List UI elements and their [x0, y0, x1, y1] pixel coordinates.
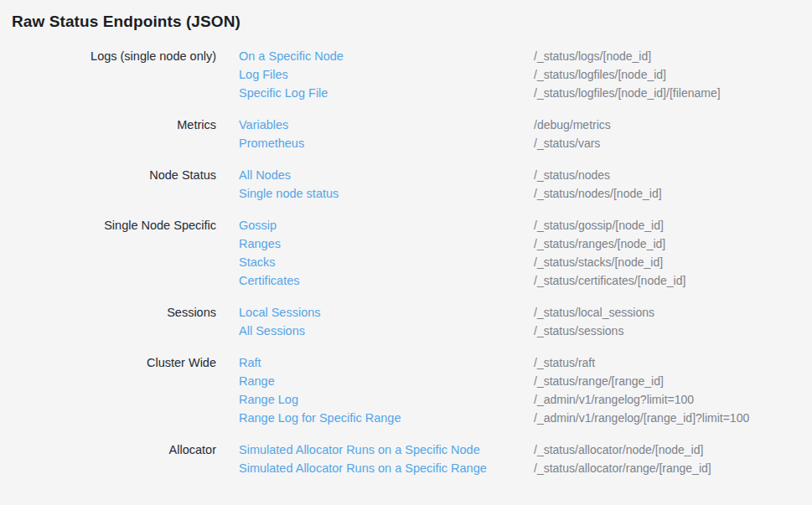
- endpoint-row: Range /_status/range/[range_id]: [12, 372, 812, 390]
- endpoint-link[interactable]: Raft: [239, 353, 534, 372]
- category-label: Single Node Specific: [12, 216, 216, 234]
- endpoint-row: Cluster Wide Raft /_status/raft: [12, 353, 812, 372]
- page-title: Raw Status Endpoints (JSON): [12, 11, 812, 33]
- endpoint-path: /_status/stacks/[node_id]: [534, 253, 812, 271]
- endpoint-path: /_admin/v1/rangelog/[range_id]?limit=100: [534, 409, 812, 427]
- endpoint-row: All Sessions /_status/sessions: [12, 322, 812, 340]
- endpoint-row: Range Log /_admin/v1/rangelog?limit=100: [12, 390, 812, 409]
- endpoint-link[interactable]: On a Specific Node: [239, 47, 534, 65]
- endpoint-link[interactable]: Range Log: [239, 390, 534, 409]
- endpoint-path: /_status/local_sessions: [534, 303, 812, 322]
- endpoint-row: Range Log for Specific Range /_admin/v1/…: [12, 409, 812, 427]
- endpoint-row: Log Files /_status/logfiles/[node_id]: [12, 65, 812, 84]
- endpoint-path: /_status/logs/[node_id]: [534, 47, 812, 65]
- endpoint-row: Certificates /_status/certificates/[node…: [12, 271, 812, 290]
- endpoint-row: Ranges /_status/ranges/[node_id]: [12, 234, 812, 253]
- endpoint-table: Logs (single node only) On a Specific No…: [12, 47, 812, 477]
- endpoint-link[interactable]: Simulated Allocator Runs on a Specific N…: [239, 441, 534, 459]
- endpoint-row: Allocator Simulated Allocator Runs on a …: [12, 441, 812, 459]
- endpoint-link[interactable]: Single node status: [239, 184, 534, 203]
- endpoint-link[interactable]: Certificates: [239, 271, 534, 290]
- endpoint-link[interactable]: All Nodes: [239, 166, 534, 184]
- endpoint-path: /debug/metrics: [534, 116, 812, 134]
- endpoint-path: /_status/logfiles/[node_id]: [534, 65, 812, 84]
- endpoint-link[interactable]: Range Log for Specific Range: [239, 409, 534, 427]
- endpoint-path: /_status/range/[range_id]: [534, 372, 812, 390]
- endpoint-path: /_status/vars: [534, 134, 812, 152]
- endpoint-path: /_status/ranges/[node_id]: [534, 234, 812, 253]
- endpoint-row: Sessions Local Sessions /_status/local_s…: [12, 303, 812, 322]
- endpoint-link[interactable]: Gossip: [239, 216, 534, 234]
- category-label: Sessions: [12, 303, 216, 322]
- endpoint-link[interactable]: Local Sessions: [239, 303, 534, 322]
- endpoint-link[interactable]: Prometheus: [239, 134, 534, 152]
- endpoint-link[interactable]: Stacks: [239, 253, 534, 271]
- endpoint-link[interactable]: Simulated Allocator Runs on a Specific R…: [239, 459, 534, 477]
- endpoint-row: Single node status /_status/nodes/[node_…: [12, 184, 812, 203]
- endpoint-link[interactable]: Variables: [239, 116, 534, 134]
- endpoint-path: /_status/logfiles/[node_id]/[filename]: [534, 84, 812, 102]
- endpoint-path: /_status/gossip/[node_id]: [534, 216, 812, 234]
- endpoint-link[interactable]: Specific Log File: [239, 84, 534, 102]
- endpoint-link[interactable]: Ranges: [239, 234, 534, 253]
- endpoint-row: Specific Log File /_status/logfiles/[nod…: [12, 84, 812, 102]
- endpoint-row: Stacks /_status/stacks/[node_id]: [12, 253, 812, 271]
- endpoint-row: Prometheus /_status/vars: [12, 134, 812, 152]
- endpoint-row: Single Node Specific Gossip /_status/gos…: [12, 216, 812, 234]
- endpoint-row: Simulated Allocator Runs on a Specific R…: [12, 459, 812, 477]
- endpoint-row: Node Status All Nodes /_status/nodes: [12, 166, 812, 184]
- endpoint-path: /_status/sessions: [534, 322, 812, 340]
- endpoint-row: Logs (single node only) On a Specific No…: [12, 47, 812, 65]
- endpoint-link[interactable]: Log Files: [239, 65, 534, 84]
- endpoint-path: /_status/certificates/[node_id]: [534, 271, 812, 290]
- category-label: Metrics: [12, 116, 216, 134]
- category-label: Allocator: [12, 441, 216, 459]
- category-label: Logs (single node only): [12, 47, 216, 65]
- endpoint-path: /_status/allocator/range/[range_id]: [534, 459, 812, 477]
- endpoint-link[interactable]: Range: [239, 372, 534, 390]
- endpoint-path: /_admin/v1/rangelog?limit=100: [534, 390, 812, 409]
- category-label: Cluster Wide: [12, 353, 216, 372]
- endpoint-path: /_status/nodes: [534, 166, 812, 184]
- category-label: Node Status: [12, 166, 216, 184]
- endpoint-row: Metrics Variables /debug/metrics: [12, 116, 812, 134]
- endpoint-link[interactable]: All Sessions: [239, 322, 534, 340]
- endpoint-path: /_status/allocator/node/[node_id]: [534, 441, 812, 459]
- debug-page: Raw Status Endpoints (JSON) Logs (single…: [0, 0, 812, 477]
- endpoint-path: /_status/nodes/[node_id]: [534, 184, 812, 203]
- endpoint-path: /_status/raft: [534, 353, 812, 372]
